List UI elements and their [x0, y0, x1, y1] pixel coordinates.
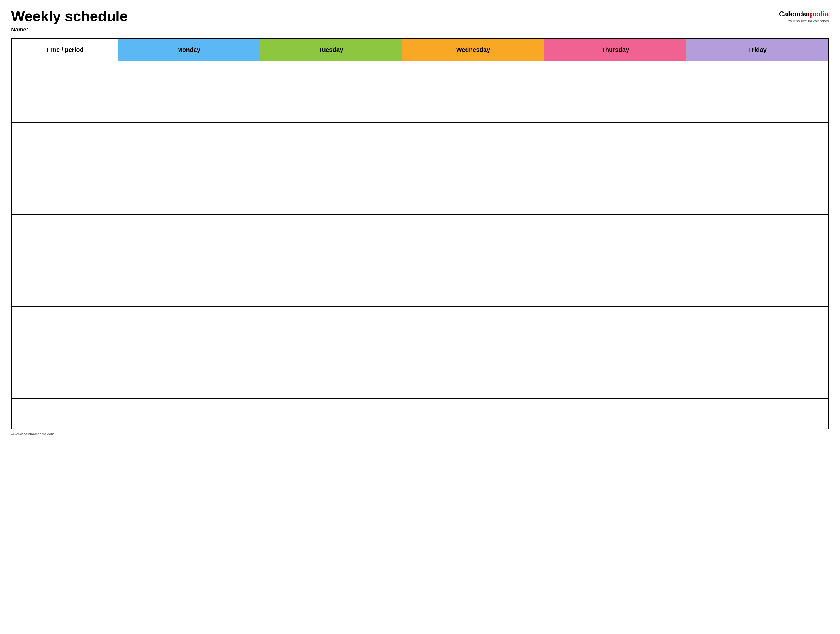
schedule-cell[interactable]: [260, 214, 402, 245]
schedule-cell[interactable]: [687, 92, 829, 122]
schedule-cell[interactable]: [544, 398, 687, 429]
time-cell[interactable]: [11, 122, 118, 153]
schedule-cell[interactable]: [544, 92, 687, 122]
schedule-table: Time / period Monday Tuesday Wednesday T…: [11, 38, 829, 429]
logo-pedia: pedia: [810, 10, 829, 18]
schedule-cell[interactable]: [687, 153, 829, 184]
schedule-cell[interactable]: [544, 214, 687, 245]
schedule-cell[interactable]: [402, 153, 544, 184]
schedule-cell[interactable]: [260, 92, 402, 122]
time-cell[interactable]: [11, 92, 118, 122]
schedule-cell[interactable]: [260, 153, 402, 184]
footer: © www.calendarpedia.com: [11, 432, 829, 436]
schedule-cell[interactable]: [544, 245, 687, 276]
logo-area: Calendarpedia Your source for calendars: [779, 10, 829, 23]
schedule-cell[interactable]: [402, 184, 544, 214]
schedule-cell[interactable]: [118, 245, 260, 276]
schedule-cell[interactable]: [544, 122, 687, 153]
logo-text: Calendarpedia: [779, 10, 829, 18]
schedule-cell[interactable]: [402, 122, 544, 153]
schedule-cell[interactable]: [260, 306, 402, 337]
schedule-cell[interactable]: [402, 398, 544, 429]
schedule-cell[interactable]: [402, 276, 544, 306]
schedule-cell[interactable]: [402, 214, 544, 245]
schedule-cell[interactable]: [402, 245, 544, 276]
time-cell[interactable]: [11, 367, 118, 398]
schedule-cell[interactable]: [687, 276, 829, 306]
schedule-cell[interactable]: [260, 337, 402, 367]
schedule-cell[interactable]: [544, 337, 687, 367]
schedule-cell[interactable]: [687, 398, 829, 429]
schedule-cell[interactable]: [402, 92, 544, 122]
page-title: Weekly schedule: [11, 8, 128, 24]
schedule-cell[interactable]: [687, 184, 829, 214]
table-body: [11, 61, 829, 429]
schedule-cell[interactable]: [118, 398, 260, 429]
schedule-cell[interactable]: [118, 92, 260, 122]
page-header: Weekly schedule Name: Calendarpedia Your…: [11, 8, 829, 33]
time-cell[interactable]: [11, 184, 118, 214]
time-cell[interactable]: [11, 153, 118, 184]
schedule-cell[interactable]: [402, 337, 544, 367]
schedule-cell[interactable]: [118, 122, 260, 153]
schedule-cell[interactable]: [687, 337, 829, 367]
schedule-cell[interactable]: [402, 61, 544, 92]
schedule-cell[interactable]: [118, 184, 260, 214]
schedule-cell[interactable]: [118, 367, 260, 398]
name-label: Name:: [11, 27, 128, 33]
time-cell[interactable]: [11, 245, 118, 276]
schedule-cell[interactable]: [544, 61, 687, 92]
col-header-tuesday: Tuesday: [260, 39, 402, 61]
table-row: [11, 122, 829, 153]
table-row: [11, 276, 829, 306]
schedule-cell[interactable]: [260, 245, 402, 276]
schedule-cell[interactable]: [402, 306, 544, 337]
time-cell[interactable]: [11, 214, 118, 245]
schedule-cell[interactable]: [260, 367, 402, 398]
schedule-cell[interactable]: [544, 306, 687, 337]
time-cell[interactable]: [11, 398, 118, 429]
time-cell[interactable]: [11, 306, 118, 337]
table-row: [11, 245, 829, 276]
time-cell[interactable]: [11, 61, 118, 92]
time-cell[interactable]: [11, 337, 118, 367]
schedule-cell[interactable]: [118, 337, 260, 367]
table-row: [11, 184, 829, 214]
logo-calendar: Calendar: [779, 10, 810, 18]
schedule-cell[interactable]: [260, 122, 402, 153]
time-cell[interactable]: [11, 276, 118, 306]
table-row: [11, 214, 829, 245]
schedule-cell[interactable]: [260, 276, 402, 306]
logo-tagline: Your source for calendars: [788, 19, 829, 23]
table-row: [11, 337, 829, 367]
table-row: [11, 367, 829, 398]
schedule-cell[interactable]: [118, 61, 260, 92]
col-header-thursday: Thursday: [544, 39, 687, 61]
col-header-friday: Friday: [687, 39, 829, 61]
footer-url: © www.calendarpedia.com: [11, 432, 54, 436]
schedule-cell[interactable]: [118, 306, 260, 337]
schedule-cell[interactable]: [544, 153, 687, 184]
schedule-cell[interactable]: [260, 61, 402, 92]
table-row: [11, 398, 829, 429]
schedule-cell[interactable]: [260, 184, 402, 214]
col-header-monday: Monday: [118, 39, 260, 61]
schedule-cell[interactable]: [118, 276, 260, 306]
schedule-cell[interactable]: [687, 367, 829, 398]
table-header-row: Time / period Monday Tuesday Wednesday T…: [11, 39, 829, 61]
table-row: [11, 61, 829, 92]
schedule-cell[interactable]: [687, 245, 829, 276]
schedule-cell[interactable]: [544, 276, 687, 306]
schedule-cell[interactable]: [402, 367, 544, 398]
schedule-cell[interactable]: [687, 214, 829, 245]
schedule-cell[interactable]: [544, 367, 687, 398]
schedule-cell[interactable]: [687, 306, 829, 337]
schedule-cell[interactable]: [118, 153, 260, 184]
schedule-cell[interactable]: [687, 122, 829, 153]
schedule-cell[interactable]: [687, 61, 829, 92]
schedule-cell[interactable]: [118, 214, 260, 245]
schedule-cell[interactable]: [544, 184, 687, 214]
title-area: Weekly schedule Name:: [11, 8, 128, 33]
col-header-time: Time / period: [11, 39, 118, 61]
schedule-cell[interactable]: [260, 398, 402, 429]
